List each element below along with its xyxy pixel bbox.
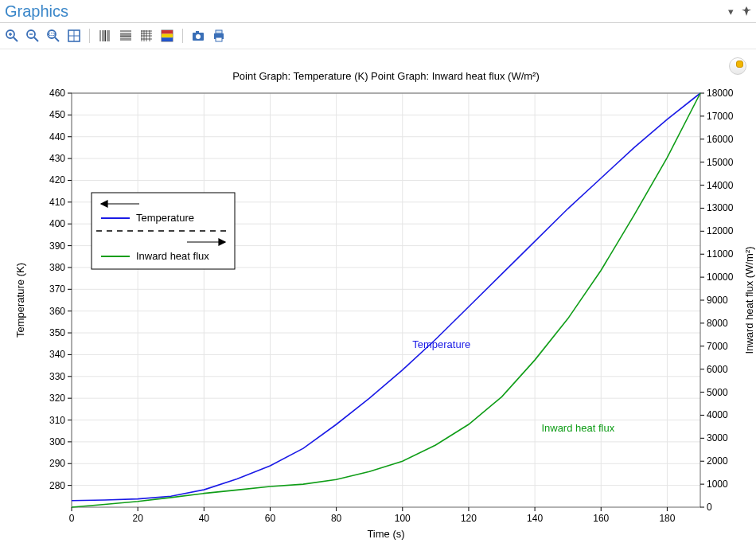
log-x-icon[interactable] [96,27,114,45]
y-left-tick-label: 290 [49,458,65,469]
y-left-tick-label: 420 [49,174,65,186]
y-left-tick-label: 320 [49,393,65,404]
graphics-content: Point Graph: Temperature (K) Point Graph… [0,49,756,547]
y-left-tick-label: 350 [49,327,65,338]
y-right-tick-label: 8000 [707,318,728,329]
x-tick-label: 0 [69,513,75,524]
x-tick-label: 180 [659,513,675,524]
y-left-tick-label: 450 [49,109,65,120]
x-tick-label: 120 [461,513,477,524]
x-tick-label: 20 [132,513,143,524]
y-right-tick-label: 15000 [707,157,734,168]
toolbar-separator [89,29,90,43]
y-right-tick-label: 14000 [707,180,734,191]
panel-title: Graphics [5,2,68,21]
series-line-temperature [72,93,700,501]
y-left-tick-label: 390 [49,240,65,252]
y-left-tick-label: 460 [49,88,65,99]
svg-rect-36 [162,37,173,41]
grid [72,93,700,507]
svg-rect-41 [216,30,222,33]
series-annotation: Temperature [412,338,470,350]
y-left-tick-label: 400 [49,218,65,229]
y-left-tick-label: 280 [49,480,65,491]
y-left-tick-label: 410 [49,197,65,208]
y-right-axis-label: Inward heat flux (W/m²) [743,246,755,354]
svg-rect-34 [162,30,173,34]
svg-line-1 [14,37,18,41]
y-right-tick-label: 17000 [707,111,734,122]
svg-rect-9 [49,33,55,36]
y-right-tick-label: 4000 [707,409,728,420]
chart: Point Graph: Temperature (K) Point Graph… [0,49,756,547]
panel-header: Graphics ▾ [0,0,756,23]
log-xy-icon[interactable] [138,27,155,45]
x-tick-label: 60 [265,513,276,524]
legend: TemperatureInward heat flux [92,193,235,269]
zoom-in-icon[interactable] [3,27,21,45]
y-right-tick-label: 9000 [707,295,728,306]
snapshot-icon[interactable] [189,27,207,45]
y-left-tick-label: 440 [49,131,65,143]
series-line-inward-heat-flux [72,93,700,507]
chart-title: Point Graph: Temperature (K) Point Graph… [232,70,540,82]
x-tick-label: 80 [331,513,342,524]
legend-item-heatflux: Inward heat flux [136,250,209,262]
graphics-toolbar [0,23,756,49]
zoom-out-icon[interactable] [24,27,41,45]
svg-rect-38 [196,31,199,33]
panel-menu-icon[interactable]: ▾ [728,6,734,18]
zoom-extents-icon[interactable] [65,27,83,45]
panel-pin-icon[interactable] [742,6,751,16]
print-icon[interactable] [210,27,228,45]
y-right-tick-label: 2000 [707,455,728,467]
y-right-tick-label: 1000 [707,479,728,490]
panel-window-controls: ▾ [728,6,751,18]
svg-line-8 [55,37,59,41]
y-left-tick-label: 380 [49,262,65,273]
svg-rect-35 [162,34,173,38]
color-table-icon[interactable] [158,27,176,45]
y-right-tick-label: 6000 [707,364,728,375]
y-left-tick-label: 370 [49,283,65,295]
y-right-tick-label: 16000 [707,134,734,145]
y-left-tick-label: 330 [49,371,65,382]
log-y-icon[interactable] [117,27,134,45]
plot-frame [72,93,700,507]
zoom-box-icon[interactable] [45,27,62,45]
legend-item-temperature: Temperature [136,212,194,224]
svg-point-39 [196,34,201,39]
x-tick-label: 140 [527,513,543,524]
svg-rect-42 [216,37,222,41]
y-right-tick-label: 18000 [707,88,734,99]
y-right-tick-label: 5000 [707,387,728,398]
y-right-tick-label: 13000 [707,202,734,213]
x-tick-label: 100 [395,513,411,524]
y-left-tick-label: 430 [49,153,65,164]
y-left-tick-label: 310 [49,415,65,426]
y-right-tick-label: 3000 [707,432,728,443]
y-right-tick-label: 12000 [707,225,734,236]
y-right-tick-label: 11000 [707,248,734,260]
x-axis-label: Time (s) [367,528,404,540]
y-left-axis-label: Temperature (K) [14,263,26,338]
y-right-tick-label: 7000 [707,341,728,352]
x-tick-label: 160 [593,513,609,524]
toolbar-separator [182,29,183,43]
y-left-tick-label: 360 [49,306,65,317]
y-left-tick-label: 300 [49,436,65,447]
svg-line-5 [34,37,38,41]
y-right-tick-label: 10000 [707,272,734,283]
x-tick-label: 40 [199,513,210,524]
y-right-tick-label: 0 [707,502,712,513]
y-left-tick-label: 340 [49,349,65,360]
series-annotation: Inward heat flux [541,422,614,434]
